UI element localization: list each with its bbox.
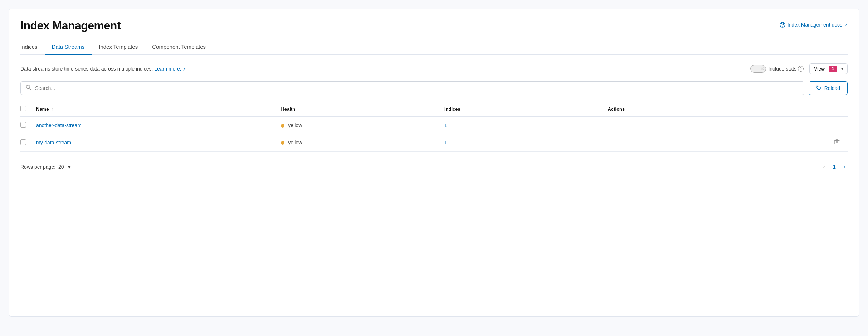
docs-icon [780,22,785,28]
svg-point-1 [782,26,783,27]
current-page[interactable]: 1 [830,163,839,171]
toggle-container: ✕ Include stats ? [750,65,804,73]
row1-checkbox-cell [20,116,31,134]
tabs-container: Indices Data Streams Index Templates Com… [20,39,848,55]
row2-actions-cell [603,134,848,152]
view-badge: 1 [829,66,837,72]
info-description: Data streams store time-series data acro… [20,66,153,72]
row2-delete-icon[interactable] [831,138,843,147]
external-link-small-icon: ↗ [183,67,186,71]
table-body: another-data-stream yellow 1 my-data-str… [20,116,848,152]
row2-indices-cell: 1 [439,134,603,152]
row2-health-cell: yellow [276,134,439,152]
view-chevron-icon: ▼ [837,64,847,73]
info-bar: Data streams store time-series data acro… [20,63,848,74]
info-text: Data streams store time-series data acro… [20,66,186,72]
row2-health-dot [281,141,284,145]
view-button[interactable]: View 1 ▼ [809,63,848,74]
search-icon [26,85,31,92]
row2-health-text: yellow [288,140,302,145]
row2-name-link[interactable]: my-data-stream [36,140,71,145]
include-stats-help-icon[interactable]: ? [798,66,804,72]
row1-health-cell: yellow [276,116,439,134]
pagination-controls: ‹ 1 › [821,163,848,171]
row1-checkbox[interactable] [20,122,26,128]
svg-rect-3 [835,140,839,144]
page-header: Index Management Index Management docs ↗ [20,19,848,32]
page-title: Index Management [20,19,121,32]
toggle-x-icon: ✕ [760,66,764,71]
table-header: Name ↑ Health Indices Actions [20,102,848,116]
reload-button[interactable]: Reload [809,81,848,95]
tab-indices[interactable]: Indices [20,39,45,55]
col-indices-header: Indices [439,102,603,116]
tab-index-templates[interactable]: Index Templates [92,39,145,55]
page-container: Index Management Index Management docs ↗… [9,9,859,317]
docs-link-text: Index Management docs [787,22,842,28]
row2-indices-link[interactable]: 1 [444,140,447,145]
row1-indices-link[interactable]: 1 [444,123,447,128]
row2-checkbox-cell [20,134,31,152]
reload-icon [816,85,821,91]
row2-checkbox[interactable] [20,139,26,145]
row1-actions-cell [603,116,848,134]
include-stats-toggle[interactable]: ✕ [750,65,766,73]
learn-more-link[interactable]: Learn more. ↗ [154,66,185,72]
col-name-header[interactable]: Name ↑ [31,102,276,116]
rows-per-page[interactable]: Rows per page: 20 ▼ [20,164,72,170]
col-actions-header: Actions [603,102,848,116]
search-input[interactable] [35,85,799,91]
select-all-checkbox[interactable] [20,106,26,111]
col-checkbox-header [20,102,31,116]
tab-data-streams[interactable]: Data Streams [45,39,92,55]
rows-per-page-value: 20 [58,164,64,170]
include-stats-label: Include stats ? [768,66,804,72]
reload-button-label: Reload [824,85,840,91]
row1-name-link[interactable]: another-data-stream [36,123,82,128]
row1-health-dot [281,124,284,128]
rows-per-page-chevron-icon: ▼ [67,164,72,170]
tab-component-templates[interactable]: Component Templates [145,39,213,55]
row1-name-cell: another-data-stream [31,116,276,134]
row1-health-text: yellow [288,123,302,128]
search-box [20,81,804,95]
page-next-icon[interactable]: › [842,163,848,171]
pagination-row: Rows per page: 20 ▼ ‹ 1 › [20,159,848,171]
rows-per-page-label: Rows per page: [20,164,55,170]
docs-link[interactable]: Index Management docs ↗ [780,22,848,28]
view-label: View [810,64,829,74]
name-sort-icon: ↑ [52,107,54,112]
table-row: another-data-stream yellow 1 [20,116,848,134]
search-reload-row: Reload [20,81,848,95]
row1-indices-cell: 1 [439,116,603,134]
col-health-header: Health [276,102,439,116]
table-row: my-data-stream yellow 1 [20,134,848,152]
table-header-row: Name ↑ Health Indices Actions [20,102,848,116]
data-table: Name ↑ Health Indices Actions [20,102,848,152]
row2-name-cell: my-data-stream [31,134,276,152]
page-prev-icon[interactable]: ‹ [821,163,827,171]
external-link-icon: ↗ [844,23,848,27]
info-controls: ✕ Include stats ? View 1 ▼ [750,63,848,74]
